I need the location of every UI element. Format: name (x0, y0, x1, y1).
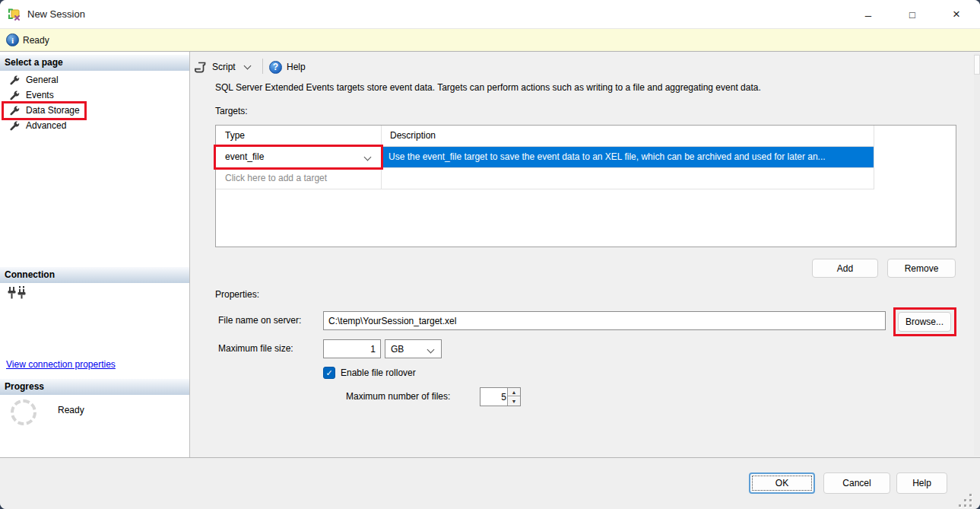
sidebar-item-label: Advanced (26, 120, 66, 131)
max-files-value: 5 (480, 392, 506, 402)
file-name-input[interactable] (323, 311, 886, 330)
view-connection-properties-link[interactable]: View connection properties (6, 359, 116, 370)
script-label: Script (212, 62, 236, 72)
browse-button[interactable]: Browse... (898, 312, 951, 332)
resize-grip[interactable] (959, 494, 974, 507)
maximize-button[interactable]: □ (895, 0, 930, 29)
select-a-page-header: Select a page (0, 55, 189, 71)
sidebar-item-label: Data Storage (26, 105, 80, 116)
info-icon: i (6, 33, 19, 46)
file-name-label: File name on server: (218, 315, 301, 326)
targets-table: Type Description event_file Use the even… (215, 125, 956, 247)
sidebar-item-label: Events (26, 90, 54, 100)
chevron-down-icon (427, 346, 435, 354)
window-title: New Session (27, 8, 85, 20)
minimize-button[interactable]: – (851, 0, 886, 29)
wrench-icon (9, 91, 20, 101)
remove-button[interactable]: Remove (887, 259, 956, 278)
page-description: SQL Server Extended Events targets store… (215, 82, 960, 93)
wrench-icon (9, 121, 20, 132)
table-header-row: Type Description (216, 126, 874, 147)
cancel-button[interactable]: Cancel (823, 472, 890, 494)
stepper-down-icon[interactable]: ▼ (508, 397, 520, 406)
footer-bar: OK Cancel Help (0, 457, 980, 509)
vertical-scrollbar[interactable] (974, 53, 980, 456)
file-size-unit-dropdown[interactable]: GB (385, 339, 442, 358)
add-target-placeholder-row[interactable]: Click here to add a target (216, 168, 874, 189)
sidebar-item-label: General (26, 75, 59, 85)
title-bar[interactable]: New Session – □ × (0, 0, 980, 29)
connection-header: Connection (0, 267, 189, 283)
column-header-type: Type (225, 130, 245, 141)
enable-file-rollover-label: Enable file rollover (341, 367, 416, 378)
sidebar-item-general[interactable]: General (0, 73, 189, 88)
target-type-value: event_file (225, 151, 264, 162)
help-icon: ? (269, 61, 282, 74)
progress-spinner-icon (11, 399, 36, 425)
table-inner-border (874, 126, 874, 189)
progress-header: Progress (0, 379, 189, 395)
scrollbar-thumb[interactable] (974, 55, 980, 75)
wrench-icon (9, 106, 20, 116)
ok-button[interactable]: OK (749, 472, 815, 494)
sidebar-item-data-storage[interactable]: Data Storage (0, 103, 189, 119)
connection-icon (8, 286, 27, 300)
sidebar-item-events[interactable]: Events (0, 88, 189, 103)
status-strip: i Ready (0, 29, 980, 52)
targets-label: Targets: (215, 106, 248, 116)
column-header-description: Description (390, 130, 436, 141)
max-number-of-files-label: Maximum number of files: (346, 391, 450, 402)
main-panel: Script ? Help SQL Server Extended Events… (190, 52, 980, 457)
chevron-down-icon (243, 62, 251, 70)
sidebar-item-advanced[interactable]: Advanced (0, 119, 189, 134)
enable-file-rollover-checkbox[interactable]: ✓ (323, 367, 335, 379)
help-label: Help (287, 62, 306, 72)
table-row-event-file[interactable]: event_file Use the event_file target to … (216, 147, 874, 168)
chevron-down-icon (364, 154, 372, 161)
close-button[interactable]: × (939, 0, 974, 29)
status-text: Ready (23, 35, 49, 46)
add-button[interactable]: Add (812, 259, 878, 278)
script-button[interactable]: Script (195, 58, 250, 76)
session-icon (8, 8, 21, 21)
toolbar-separator (262, 59, 263, 74)
file-size-unit-value: GB (391, 344, 404, 355)
properties-label: Properties: (215, 289, 259, 300)
script-icon (195, 61, 208, 74)
max-file-size-label: Maximum file size: (218, 343, 293, 354)
new-session-dialog: New Session – □ × i Ready Select a page … (0, 0, 980, 509)
progress-status: Ready (58, 405, 84, 415)
target-type-dropdown[interactable]: event_file (216, 147, 381, 167)
target-description-cell[interactable]: Use the event_file target to save the ev… (382, 147, 874, 167)
help-button[interactable]: Help (896, 472, 947, 494)
wrench-icon (9, 75, 20, 86)
sidebar: Select a page General Events Data Storag… (0, 52, 190, 457)
stepper-arrows: ▲ ▼ (507, 388, 520, 406)
max-file-size-input[interactable] (323, 339, 381, 358)
help-toolbar-button[interactable]: ? Help (269, 58, 306, 76)
stepper-up-icon[interactable]: ▲ (508, 388, 520, 396)
max-files-stepper[interactable]: 5 ▲ ▼ (480, 387, 521, 406)
